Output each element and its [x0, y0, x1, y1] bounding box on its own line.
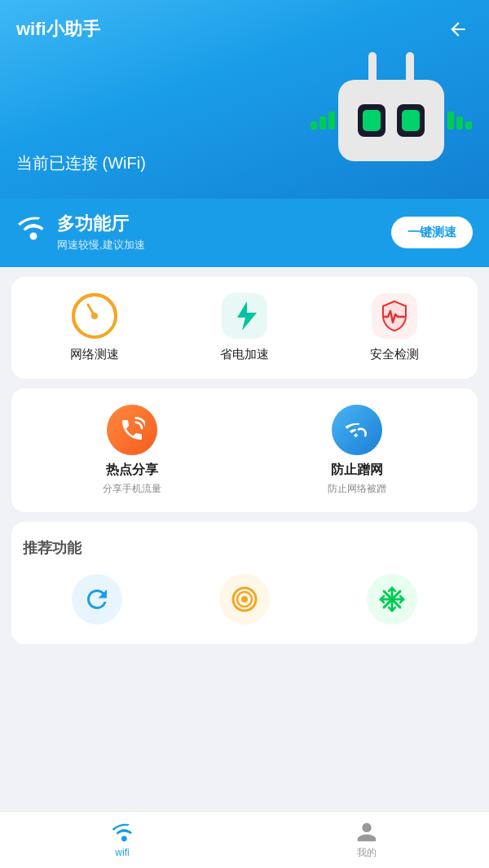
rec-flow-icon-wrap — [219, 574, 270, 625]
nav-wifi-icon — [111, 822, 134, 844]
feature-power-save[interactable]: 省电加速 — [170, 293, 319, 362]
sbar — [311, 121, 317, 129]
power-icon-wrap — [222, 293, 267, 339]
protect-icon-wrap — [332, 405, 382, 455]
antenna-left — [368, 52, 377, 83]
sbar — [456, 116, 463, 129]
sbar — [319, 116, 326, 129]
protect-label: 防止蹭网 — [331, 462, 383, 479]
power-save-label: 省电加速 — [220, 347, 269, 362]
bottom-nav: wifi 我的 — [0, 811, 489, 868]
main-title: 多功能厅 — [57, 212, 145, 236]
nav-item-profile[interactable]: 我的 — [244, 816, 489, 865]
robot-eye-right — [397, 104, 425, 137]
back-button[interactable] — [443, 15, 473, 44]
wifi-icon-strip — [16, 214, 46, 250]
rec-grid — [23, 574, 466, 625]
info-left: 多功能厅 网速较慢,建议加速 — [16, 212, 145, 252]
sbar — [465, 121, 472, 129]
info-strip: 多功能厅 网速较慢,建议加速 一键测速 — [0, 199, 489, 267]
svg-point-6 — [241, 596, 248, 603]
sbar — [328, 112, 335, 129]
feature-hotspot[interactable]: 热点分享 分享手机流量 — [20, 405, 244, 496]
speed-test-button[interactable]: 一键测速 — [391, 217, 473, 248]
shield-icon-wrap — [372, 293, 417, 339]
hero-section: wifi小助手 当前已连接 (WiFi) — [0, 0, 489, 199]
robot-head — [338, 80, 444, 161]
rec-item-call[interactable] — [72, 574, 122, 625]
speed-icon-wrap — [72, 293, 117, 339]
hotspot-sublabel: 分享手机流量 — [103, 482, 161, 496]
robot-pupil-left — [363, 110, 381, 131]
nav-spacer — [0, 654, 489, 719]
robot-pupil-right — [402, 110, 420, 131]
nav-profile-label: 我的 — [357, 846, 377, 860]
robot-row — [311, 80, 472, 161]
feature-speed-test[interactable]: 网络测速 — [20, 293, 170, 362]
secondary-features-card: 热点分享 分享手机流量 防止蹭网 防止网络被蹭 — [11, 388, 478, 512]
app-title: wifi小助手 — [16, 17, 100, 42]
rec-item-flow[interactable] — [219, 574, 270, 625]
hotspot-icon-wrap — [107, 405, 157, 455]
robot — [310, 52, 473, 161]
connection-status: 当前已连接 (WiFi) — [16, 144, 146, 199]
signal-bars-left — [311, 112, 335, 129]
antenna-right — [406, 52, 414, 83]
feature-protect[interactable]: 防止蹭网 防止网络被蹭 — [244, 405, 469, 496]
sub-title: 网速较慢,建议加速 — [57, 238, 145, 252]
hero-content: 当前已连接 (WiFi) — [16, 52, 473, 199]
top-bar: wifi小助手 — [16, 0, 473, 52]
back-icon — [447, 19, 469, 40]
protect-sublabel: 防止网络被蹭 — [328, 482, 386, 496]
recommended-title: 推荐功能 — [23, 538, 466, 558]
security-label: 安全检测 — [370, 347, 419, 362]
rec-item-cool[interactable] — [367, 574, 417, 625]
robot-illustration — [310, 52, 473, 199]
hotspot-label: 热点分享 — [106, 462, 158, 479]
robot-eye-left — [358, 104, 385, 137]
signal-bars-right — [447, 112, 472, 129]
main-features-card: 网络测速 省电加速 安全检测 — [11, 277, 478, 379]
speed-test-label: 网络测速 — [70, 347, 119, 362]
feature-grid-2: 热点分享 分享手机流量 防止蹭网 防止网络被蹭 — [20, 405, 469, 496]
svg-point-3 — [91, 313, 98, 319]
nav-user-icon — [355, 821, 378, 844]
feature-security[interactable]: 安全检测 — [319, 293, 469, 362]
rec-cool-icon-wrap — [367, 574, 417, 625]
robot-antennas — [368, 52, 414, 83]
sbar — [447, 112, 454, 129]
recommended-card: 推荐功能 — [11, 522, 478, 644]
nav-item-wifi[interactable]: wifi — [0, 817, 244, 863]
feature-grid: 网络测速 省电加速 安全检测 — [20, 293, 469, 362]
nav-wifi-label: wifi — [115, 847, 129, 858]
rec-call-icon-wrap — [72, 574, 122, 625]
info-titles: 多功能厅 网速较慢,建议加速 — [57, 212, 145, 252]
